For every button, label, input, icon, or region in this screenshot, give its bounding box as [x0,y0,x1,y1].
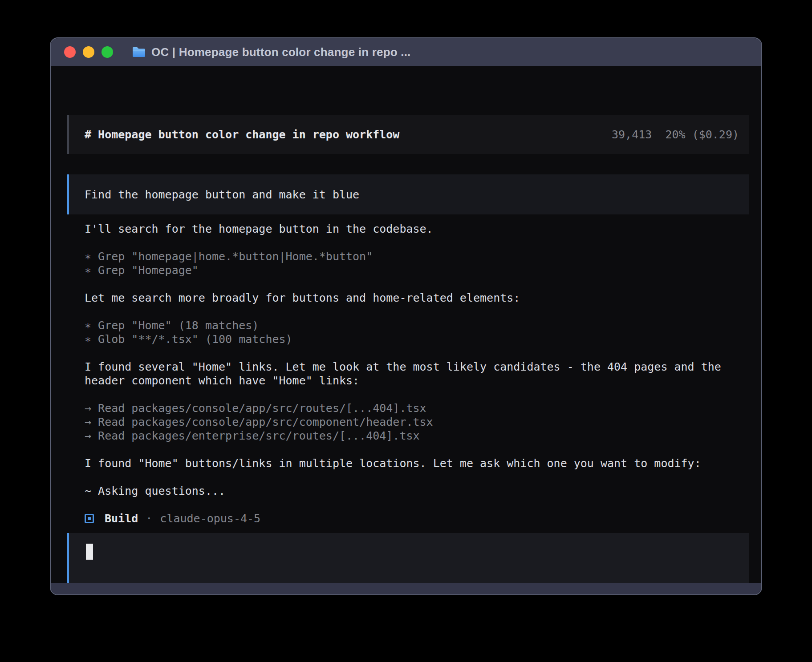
assistant-text-line: Let me search more broadly for buttons a… [85,291,755,305]
blank-line [85,236,755,250]
zoom-button[interactable] [102,46,113,58]
window-bottom-strip [51,583,761,594]
tool-call-read: → Read packages/console/app/src/componen… [85,415,755,429]
asking-questions-line: ~ Asking questions... [85,484,755,498]
assistant-text-line: I found several "Home" links. Let me loo… [85,360,755,388]
session-header: # Homepage button color change in repo w… [67,115,749,154]
tool-call-grep: ∗ Grep "Home" (18 matches) [85,319,755,332]
blank-line [85,388,755,401]
titlebar: OC | Homepage button color change in rep… [51,38,761,66]
assistant-text-line: I found "Home" buttons/links in multiple… [85,456,755,470]
session-token-stats: 39,413 20% ($0.29) [612,128,739,141]
build-agent-icon [85,514,94,523]
terminal-window: OC | Homepage button color change in rep… [50,37,762,595]
window-title: OC | Homepage button color change in rep… [151,45,411,59]
agent-separator: · [146,512,152,525]
blank-line [85,346,755,360]
tool-call-read: → Read packages/console/app/src/routes/[… [85,401,755,415]
close-button[interactable] [64,46,76,58]
user-message: Find the homepage button and make it blu… [67,174,749,214]
tool-call-grep: ∗ Grep "homepage|home.*button|Home.*butt… [85,250,755,263]
title-group: OC | Homepage button color change in rep… [132,45,411,59]
blank-line [85,443,755,456]
tool-call-read: → Read packages/enterprise/src/routes/[.… [85,429,755,443]
folder-icon [132,46,146,58]
terminal-body: # Homepage button color change in repo w… [51,66,761,583]
blank-line [85,470,755,484]
minimize-button[interactable] [83,46,94,58]
text-cursor [86,544,93,560]
tool-call-grep: ∗ Grep "Homepage" [85,263,755,277]
blank-line [85,498,755,512]
session-title: # Homepage button color change in repo w… [85,128,399,141]
agent-name: Build [105,512,138,525]
blank-line [85,305,755,319]
assistant-transcript: I'll search for the homepage button in t… [85,222,755,525]
traffic-lights [64,46,113,58]
agent-model: claude-opus-4-5 [160,512,260,525]
user-message-text: Find the homepage button and make it blu… [85,188,359,202]
tool-call-glob: ∗ Glob "**/*.tsx" (100 matches) [85,332,755,346]
agent-status-row: Build · claude-opus-4-5 [85,512,755,525]
assistant-text-line: I'll search for the homepage button in t… [85,222,755,236]
blank-line [85,277,755,291]
